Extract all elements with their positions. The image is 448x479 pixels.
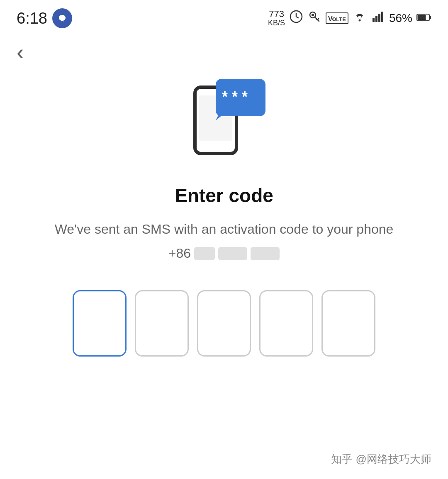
status-time: 6:18: [17, 10, 47, 27]
code-box-1[interactable]: [73, 290, 127, 357]
back-button[interactable]: ‹: [17, 42, 24, 63]
svg-rect-6: [375, 16, 377, 22]
svg-rect-7: [378, 14, 380, 22]
key-icon: [307, 10, 321, 27]
svg-rect-11: [429, 16, 431, 19]
status-bar: 6:18 773 KB/S: [0, 0, 448, 33]
svg-text:* * *: * * *: [222, 88, 248, 105]
code-box-3[interactable]: [197, 290, 251, 357]
status-right: 773 KB/S VoLTE: [268, 9, 431, 27]
code-input-area[interactable]: [73, 290, 375, 357]
sms-illustration: * * *: [178, 75, 270, 164]
code-box-4[interactable]: [259, 290, 313, 357]
app-notification-icon: [52, 8, 72, 28]
battery-icon: [416, 12, 431, 24]
chevron-left-icon: ‹: [17, 40, 24, 64]
phone-blur-2: [218, 247, 247, 260]
volte-icon: VoLTE: [326, 12, 348, 24]
code-box-5[interactable]: [321, 290, 375, 357]
svg-point-3: [312, 14, 314, 16]
phone-prefix: +86: [168, 246, 191, 261]
clock-icon: [289, 10, 303, 27]
watermark: 知乎 @网络技巧大师: [331, 452, 431, 467]
svg-rect-5: [373, 18, 375, 22]
main-content: ‹ * * * Enter code We've sent an SMS wit…: [0, 33, 448, 357]
wifi-icon: [353, 10, 367, 27]
network-speed: 773 KB/S: [268, 9, 285, 27]
phone-blur-3: [251, 247, 280, 260]
svg-rect-8: [381, 12, 383, 22]
status-left: 6:18: [17, 8, 72, 28]
description-text: We've sent an SMS with an activation cod…: [55, 219, 394, 239]
page-title: Enter code: [175, 184, 273, 207]
svg-point-4: [358, 20, 360, 22]
battery-percentage: 56%: [389, 12, 412, 25]
code-box-2[interactable]: [135, 290, 189, 357]
svg-rect-10: [418, 15, 426, 20]
signal-icon: [371, 10, 385, 27]
phone-blur-1: [194, 247, 215, 260]
phone-number-row: +86: [168, 246, 280, 261]
